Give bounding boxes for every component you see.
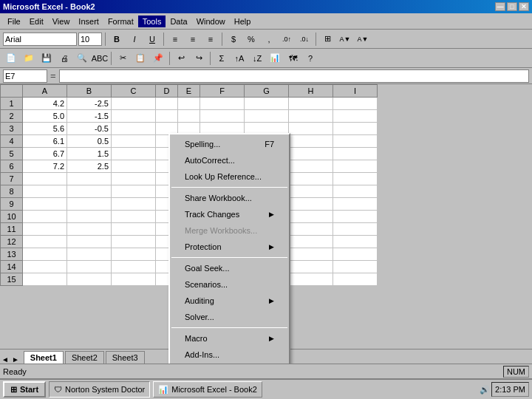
- menu-lookup[interactable]: Look Up Reference...: [170, 168, 289, 185]
- spreadsheet-cell[interactable]: [67, 273, 112, 286]
- borders-button[interactable]: ⊞: [319, 32, 335, 47]
- spreadsheet-cell[interactable]: [67, 173, 112, 185]
- spreadsheet-cell[interactable]: [333, 273, 378, 286]
- sort-desc-button[interactable]: ↓Z: [249, 51, 265, 66]
- menu-help[interactable]: Help: [230, 16, 256, 27]
- spreadsheet-cell[interactable]: [200, 98, 245, 110]
- spreadsheet-cell[interactable]: [112, 173, 156, 185]
- spreadsheet-cell[interactable]: [333, 261, 378, 273]
- spreadsheet-cell[interactable]: [67, 248, 112, 261]
- redo-button[interactable]: ↪: [191, 51, 207, 66]
- spreadsheet-cell[interactable]: [23, 211, 67, 223]
- spreadsheet-cell[interactable]: [112, 273, 156, 286]
- menu-track-changes[interactable]: Track Changes ▶: [170, 206, 289, 222]
- menu-protection[interactable]: Protection ▶: [170, 239, 289, 255]
- menu-spelling[interactable]: Spelling... F7: [170, 136, 289, 152]
- spreadsheet-cell[interactable]: [289, 110, 333, 123]
- spreadsheet-cell[interactable]: [112, 198, 156, 211]
- spreadsheet-cell[interactable]: 4.2: [23, 98, 67, 110]
- sheet-tab-3[interactable]: Sheet3: [106, 351, 145, 364]
- spreadsheet-cell[interactable]: [289, 123, 333, 135]
- menu-addins[interactable]: Add-Ins...: [170, 347, 289, 363]
- close-button[interactable]: ✕: [519, 2, 529, 11]
- spreadsheet-cell[interactable]: 6.1: [23, 135, 67, 148]
- spreadsheet-cell[interactable]: [112, 98, 156, 110]
- fill-color-button[interactable]: A▼: [337, 32, 353, 47]
- minimize-button[interactable]: —: [495, 2, 505, 11]
- spreadsheet-cell[interactable]: [289, 173, 333, 185]
- spreadsheet-cell[interactable]: [289, 236, 333, 248]
- cell-reference-input[interactable]: [3, 69, 47, 83]
- spreadsheet-cell[interactable]: [23, 173, 67, 185]
- menu-view[interactable]: View: [48, 16, 75, 27]
- spreadsheet-cell[interactable]: -2.5: [67, 98, 112, 110]
- col-header-c[interactable]: C: [112, 85, 156, 98]
- menu-solver[interactable]: Solver...: [170, 309, 289, 325]
- spreadsheet-cell[interactable]: [333, 236, 378, 248]
- spreadsheet-cell[interactable]: [67, 185, 112, 198]
- spreadsheet-cell[interactable]: [289, 98, 333, 110]
- spreadsheet-cell[interactable]: [67, 198, 112, 211]
- spreadsheet-cell[interactable]: [112, 236, 156, 248]
- spreadsheet-cell[interactable]: [289, 160, 333, 173]
- menu-autocorrect[interactable]: AutoCorrect...: [170, 152, 289, 168]
- maximize-button[interactable]: □: [507, 2, 517, 11]
- menu-insert[interactable]: Insert: [74, 16, 103, 27]
- spreadsheet-cell[interactable]: [67, 223, 112, 236]
- decrease-decimal-button[interactable]: .0↓: [296, 32, 313, 47]
- spreadsheet-cell[interactable]: [112, 211, 156, 223]
- spreadsheet-cell[interactable]: [333, 223, 378, 236]
- spreadsheet-cell[interactable]: [333, 185, 378, 198]
- spreadsheet-cell[interactable]: [23, 273, 67, 286]
- copy-button[interactable]: 📋: [132, 51, 149, 66]
- spreadsheet-cell[interactable]: [289, 135, 333, 148]
- spreadsheet-cell[interactable]: [178, 110, 200, 123]
- cut-button[interactable]: ✂: [115, 51, 131, 66]
- spreadsheet-cell[interactable]: [333, 148, 378, 160]
- bold-button[interactable]: B: [109, 32, 125, 47]
- spreadsheet-cell[interactable]: [112, 123, 156, 135]
- sheet-scroll-left[interactable]: ◄: [1, 355, 9, 364]
- spreadsheet-cell[interactable]: 7.2: [23, 160, 67, 173]
- spreadsheet-cell[interactable]: [289, 148, 333, 160]
- spreadsheet-cell[interactable]: [112, 223, 156, 236]
- col-header-d[interactable]: D: [156, 85, 178, 98]
- spreadsheet-cell[interactable]: [112, 248, 156, 261]
- taskbar-excel[interactable]: 📊 Microsoft Excel - Book2: [153, 381, 262, 398]
- save-button[interactable]: 💾: [38, 51, 55, 66]
- spreadsheet-cell[interactable]: [289, 223, 333, 236]
- spellcheck-button[interactable]: ABC: [92, 51, 108, 66]
- menu-share-workbook[interactable]: Share Workbook...: [170, 190, 289, 206]
- align-right-button[interactable]: ≡: [202, 32, 219, 47]
- sheet-scroll-right[interactable]: ►: [12, 355, 19, 364]
- spreadsheet-cell[interactable]: 5.6: [23, 123, 67, 135]
- spreadsheet-cell[interactable]: [112, 261, 156, 273]
- menu-file[interactable]: File: [3, 16, 25, 27]
- spreadsheet-cell[interactable]: [67, 236, 112, 248]
- sheet-tab-2[interactable]: Sheet2: [65, 351, 104, 364]
- new-button[interactable]: 📄: [3, 51, 19, 66]
- chart-button[interactable]: 📊: [267, 51, 283, 66]
- spreadsheet-cell[interactable]: [200, 110, 245, 123]
- spreadsheet-cell[interactable]: -1.5: [67, 110, 112, 123]
- spreadsheet-cell[interactable]: [333, 135, 378, 148]
- spreadsheet-cell[interactable]: [23, 185, 67, 198]
- map-button[interactable]: 🗺: [284, 51, 301, 66]
- menu-edit[interactable]: Edit: [25, 16, 48, 27]
- menu-data[interactable]: Data: [166, 16, 191, 27]
- spreadsheet-cell[interactable]: [112, 148, 156, 160]
- spreadsheet-cell[interactable]: [333, 123, 378, 135]
- spreadsheet-cell[interactable]: [23, 248, 67, 261]
- font-name-input[interactable]: [3, 33, 77, 46]
- spreadsheet-cell[interactable]: [112, 110, 156, 123]
- currency-button[interactable]: $: [225, 32, 242, 47]
- font-color-button[interactable]: A▼: [355, 32, 371, 47]
- align-center-button[interactable]: ≡: [185, 32, 201, 47]
- spreadsheet-cell[interactable]: [245, 110, 289, 123]
- spreadsheet-cell[interactable]: 0.5: [67, 135, 112, 148]
- spreadsheet-cell[interactable]: [23, 261, 67, 273]
- menu-auditing[interactable]: Auditing ▶: [170, 293, 289, 309]
- tools-dropdown-menu[interactable]: Spelling... F7 AutoCorrect... Look Up Re…: [168, 133, 290, 364]
- menu-format[interactable]: Format: [103, 16, 138, 27]
- spreadsheet-cell[interactable]: [156, 110, 178, 123]
